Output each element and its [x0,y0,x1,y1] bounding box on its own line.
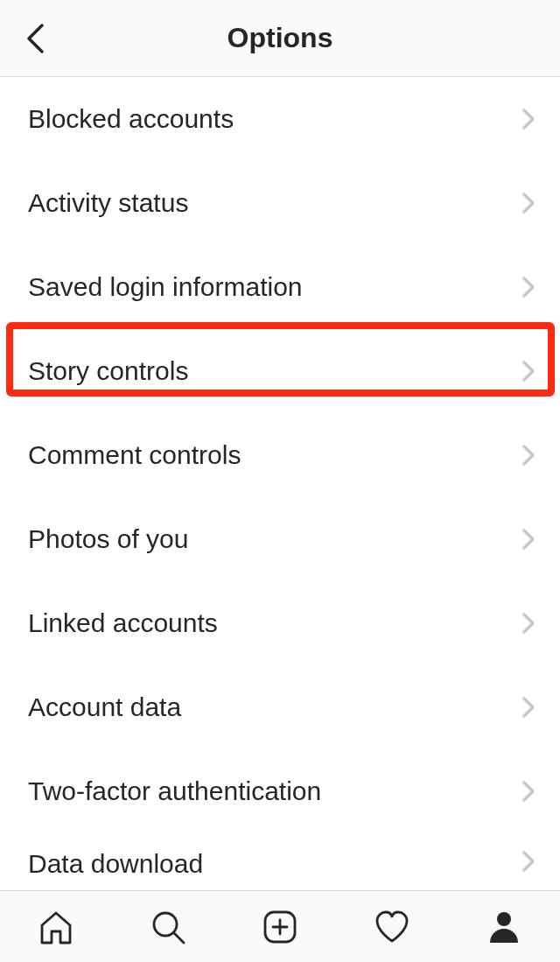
row-comment-controls[interactable]: Comment controls [0,413,560,497]
row-linked-accounts[interactable]: Linked accounts [0,581,560,665]
chevron-right-icon [516,527,541,551]
nav-profile[interactable] [482,905,526,949]
row-label: Comment controls [28,440,516,470]
row-label: Data download [28,849,516,879]
row-label: Linked accounts [28,608,516,638]
row-label: Saved login information [28,272,516,302]
row-label: Activity status [28,188,516,218]
row-story-controls[interactable]: Story controls [0,329,560,413]
chevron-right-icon [516,849,541,874]
chevron-right-icon [516,611,541,635]
header-bar: Options [0,0,560,77]
back-button[interactable] [18,21,52,56]
nav-home[interactable] [34,905,78,949]
profile-icon [485,908,523,946]
row-label: Photos of you [28,524,516,554]
row-saved-login-information[interactable]: Saved login information [0,245,560,329]
page-title: Options [0,22,560,54]
back-chevron-icon [25,23,45,54]
row-data-download[interactable]: Data download [0,833,560,890]
nav-search[interactable] [146,905,190,949]
add-post-icon [261,908,299,946]
row-label: Blocked accounts [28,104,516,134]
row-two-factor-authentication[interactable]: Two-factor authentication [0,749,560,833]
row-activity-status[interactable]: Activity status [0,161,560,245]
svg-point-5 [497,912,511,926]
heart-icon [373,908,411,946]
row-photos-of-you[interactable]: Photos of you [0,497,560,581]
chevron-right-icon [516,695,541,720]
nav-activity[interactable] [370,905,414,949]
chevron-right-icon [516,359,541,383]
chevron-right-icon [516,443,541,467]
row-label: Account data [28,692,516,722]
row-account-data[interactable]: Account data [0,665,560,749]
options-list: Blocked accounts Activity status Saved l… [0,77,560,890]
bottom-nav [0,890,560,962]
row-blocked-accounts[interactable]: Blocked accounts [0,77,560,161]
nav-add[interactable] [258,905,302,949]
svg-line-1 [174,933,184,943]
chevron-right-icon [516,779,541,804]
chevron-right-icon [516,275,541,299]
chevron-right-icon [516,107,541,131]
row-label: Two-factor authentication [28,776,516,806]
row-label: Story controls [28,356,516,386]
search-icon [149,908,187,946]
home-icon [37,908,75,946]
chevron-right-icon [516,191,541,215]
